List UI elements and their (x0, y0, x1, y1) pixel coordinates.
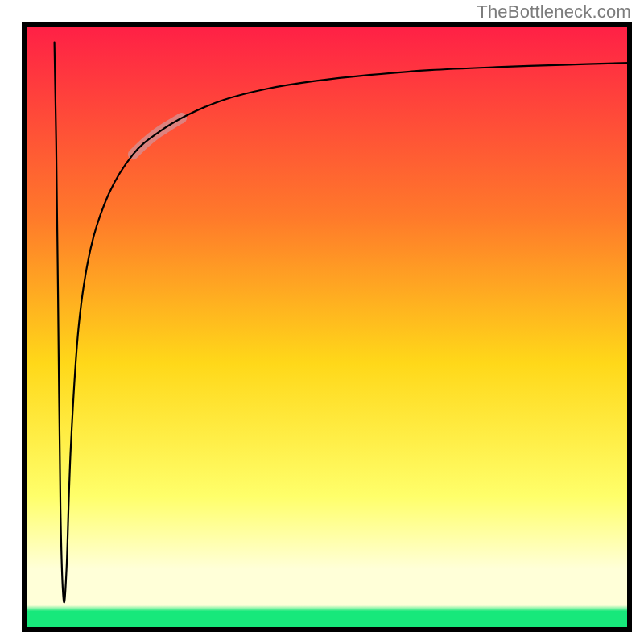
attribution-text: TheBottleneck.com (477, 2, 631, 23)
chart-container: TheBottleneck.com (0, 0, 644, 644)
chart-svg (0, 0, 644, 644)
plot-background (24, 24, 630, 630)
